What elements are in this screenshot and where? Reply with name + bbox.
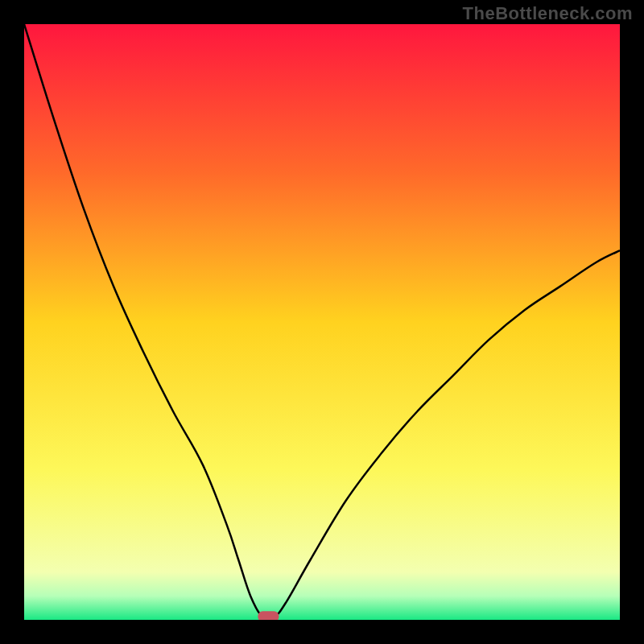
chart-frame: TheBottleneck.com (0, 0, 644, 644)
gradient-background (24, 24, 620, 620)
watermark-text: TheBottleneck.com (463, 3, 633, 24)
plot-area (24, 24, 620, 620)
bottleneck-chart-svg (24, 24, 620, 620)
optimal-marker (258, 611, 279, 620)
